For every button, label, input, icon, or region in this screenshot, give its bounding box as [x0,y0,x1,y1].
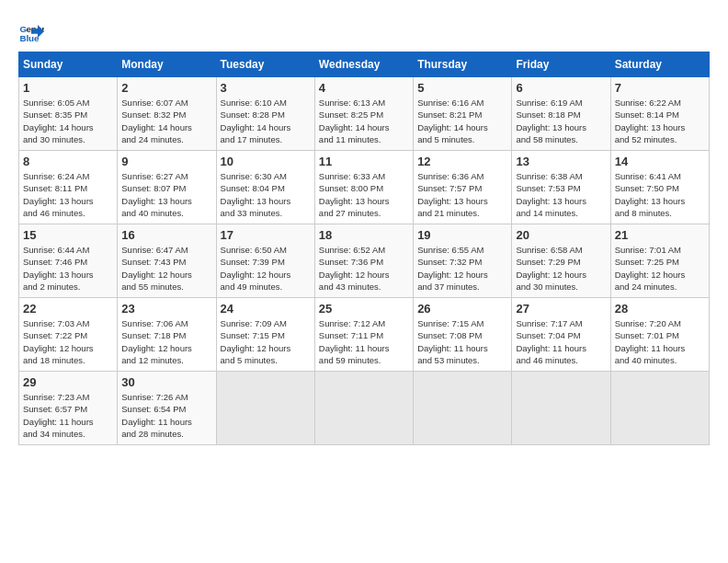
calendar-cell: 22Sunrise: 7:03 AM Sunset: 7:22 PM Dayli… [19,298,118,372]
day-number: 23 [121,302,211,316]
calendar-cell: 9Sunrise: 6:27 AM Sunset: 8:07 PM Daylig… [118,151,216,224]
day-header-monday: Monday [118,52,216,77]
calendar-cell: 20Sunrise: 6:58 AM Sunset: 7:29 PM Dayli… [512,224,610,298]
day-number: 9 [121,155,211,168]
day-info: Sunrise: 6:41 AM Sunset: 7:50 PM Dayligh… [615,170,705,219]
calendar-cell: 21Sunrise: 7:01 AM Sunset: 7:25 PM Dayli… [610,224,709,298]
calendar-cell: 14Sunrise: 6:41 AM Sunset: 7:50 PM Dayli… [610,151,709,224]
day-number: 16 [121,228,211,242]
calendar-cell: 6Sunrise: 6:19 AM Sunset: 8:18 PM Daylig… [512,77,610,151]
day-info: Sunrise: 6:30 AM Sunset: 8:04 PM Dayligh… [221,170,311,219]
day-info: Sunrise: 6:44 AM Sunset: 7:46 PM Dayligh… [23,244,113,293]
day-number: 28 [615,302,705,316]
day-number: 30 [121,375,211,389]
calendar-cell: 17Sunrise: 6:50 AM Sunset: 7:39 PM Dayli… [216,224,314,298]
day-info: Sunrise: 7:12 AM Sunset: 7:11 PM Dayligh… [319,317,409,366]
calendar-cell: 15Sunrise: 6:44 AM Sunset: 7:46 PM Dayli… [19,224,118,298]
day-number: 11 [319,155,409,168]
day-info: Sunrise: 6:47 AM Sunset: 7:43 PM Dayligh… [121,244,211,293]
calendar-cell: 8Sunrise: 6:24 AM Sunset: 8:11 PM Daylig… [19,151,118,224]
day-header-wednesday: Wednesday [314,52,413,77]
calendar-cell: 2Sunrise: 6:07 AM Sunset: 8:32 PM Daylig… [118,77,216,151]
calendar-cell [512,372,610,445]
day-number: 8 [23,155,113,168]
day-info: Sunrise: 7:23 AM Sunset: 6:57 PM Dayligh… [23,391,113,440]
calendar-cell: 3Sunrise: 6:10 AM Sunset: 8:28 PM Daylig… [216,77,314,151]
day-number: 22 [23,302,113,316]
calendar-week-1: 8Sunrise: 6:24 AM Sunset: 8:11 PM Daylig… [19,151,710,224]
logo: G eneral B lue [18,18,48,44]
day-info: Sunrise: 7:09 AM Sunset: 7:15 PM Dayligh… [221,317,311,366]
calendar-cell: 27Sunrise: 7:17 AM Sunset: 7:04 PM Dayli… [512,298,610,372]
calendar-header-row: SundayMondayTuesdayWednesdayThursdayFrid… [19,52,710,77]
day-header-thursday: Thursday [414,52,512,77]
calendar-cell: 29Sunrise: 7:23 AM Sunset: 6:57 PM Dayli… [19,372,118,445]
calendar-cell: 10Sunrise: 6:30 AM Sunset: 8:04 PM Dayli… [216,151,314,224]
day-info: Sunrise: 7:15 AM Sunset: 7:08 PM Dayligh… [417,317,507,366]
day-number: 4 [319,81,409,95]
day-info: Sunrise: 6:10 AM Sunset: 8:28 PM Dayligh… [221,97,311,145]
calendar-cell: 30Sunrise: 7:26 AM Sunset: 6:54 PM Dayli… [118,372,216,445]
day-info: Sunrise: 6:19 AM Sunset: 8:18 PM Dayligh… [516,97,606,145]
day-header-saturday: Saturday [610,52,709,77]
calendar-cell: 5Sunrise: 6:16 AM Sunset: 8:21 PM Daylig… [414,77,512,151]
day-number: 15 [23,228,113,242]
day-number: 10 [221,155,311,168]
logo-icon: G eneral B lue [18,18,44,44]
calendar-cell [414,372,512,445]
calendar-table: SundayMondayTuesdayWednesdayThursdayFrid… [18,52,710,445]
calendar-cell [216,372,314,445]
day-info: Sunrise: 6:27 AM Sunset: 8:07 PM Dayligh… [121,170,211,219]
day-number: 17 [221,228,311,242]
day-number: 26 [417,302,507,316]
page-header: G eneral B lue [18,18,710,44]
calendar-week-3: 22Sunrise: 7:03 AM Sunset: 7:22 PM Dayli… [19,298,710,372]
day-number: 6 [516,81,606,95]
calendar-cell: 25Sunrise: 7:12 AM Sunset: 7:11 PM Dayli… [314,298,413,372]
svg-text:B: B [19,33,26,43]
day-info: Sunrise: 6:50 AM Sunset: 7:39 PM Dayligh… [221,244,311,293]
day-number: 24 [221,302,311,316]
day-number: 19 [417,228,507,242]
day-info: Sunrise: 6:38 AM Sunset: 7:53 PM Dayligh… [516,170,606,219]
calendar-cell: 24Sunrise: 7:09 AM Sunset: 7:15 PM Dayli… [216,298,314,372]
day-info: Sunrise: 7:06 AM Sunset: 7:18 PM Dayligh… [121,317,211,366]
calendar-cell: 7Sunrise: 6:22 AM Sunset: 8:14 PM Daylig… [610,77,709,151]
day-number: 20 [516,228,606,242]
day-number: 13 [516,155,606,168]
calendar-cell: 18Sunrise: 6:52 AM Sunset: 7:36 PM Dayli… [314,224,413,298]
day-info: Sunrise: 7:01 AM Sunset: 7:25 PM Dayligh… [615,244,705,293]
day-info: Sunrise: 6:36 AM Sunset: 7:57 PM Dayligh… [417,170,507,219]
calendar-cell: 23Sunrise: 7:06 AM Sunset: 7:18 PM Dayli… [118,298,216,372]
calendar-cell [610,372,709,445]
calendar-cell: 19Sunrise: 6:55 AM Sunset: 7:32 PM Dayli… [414,224,512,298]
day-number: 29 [23,375,113,389]
svg-text:lue: lue [26,33,40,43]
day-number: 12 [417,155,507,168]
calendar-cell: 28Sunrise: 7:20 AM Sunset: 7:01 PM Dayli… [610,298,709,372]
day-number: 3 [221,81,311,95]
calendar-cell: 4Sunrise: 6:13 AM Sunset: 8:25 PM Daylig… [314,77,413,151]
day-info: Sunrise: 6:16 AM Sunset: 8:21 PM Dayligh… [417,97,507,145]
day-number: 21 [615,228,705,242]
day-header-tuesday: Tuesday [216,52,314,77]
calendar-cell: 13Sunrise: 6:38 AM Sunset: 7:53 PM Dayli… [512,151,610,224]
day-info: Sunrise: 6:13 AM Sunset: 8:25 PM Dayligh… [319,97,409,145]
day-number: 18 [319,228,409,242]
day-info: Sunrise: 6:24 AM Sunset: 8:11 PM Dayligh… [23,170,113,219]
day-number: 7 [615,81,705,95]
day-number: 14 [615,155,705,168]
day-number: 27 [516,302,606,316]
day-info: Sunrise: 7:20 AM Sunset: 7:01 PM Dayligh… [615,317,705,366]
day-number: 5 [417,81,507,95]
calendar-week-2: 15Sunrise: 6:44 AM Sunset: 7:46 PM Dayli… [19,224,710,298]
day-number: 1 [23,81,113,95]
calendar-cell: 16Sunrise: 6:47 AM Sunset: 7:43 PM Dayli… [118,224,216,298]
calendar-week-0: 1Sunrise: 6:05 AM Sunset: 8:35 PM Daylig… [19,77,710,151]
day-info: Sunrise: 7:26 AM Sunset: 6:54 PM Dayligh… [121,391,211,440]
day-header-sunday: Sunday [19,52,118,77]
calendar-cell: 26Sunrise: 7:15 AM Sunset: 7:08 PM Dayli… [414,298,512,372]
day-info: Sunrise: 7:17 AM Sunset: 7:04 PM Dayligh… [516,317,606,366]
calendar-week-4: 29Sunrise: 7:23 AM Sunset: 6:57 PM Dayli… [19,372,710,445]
day-info: Sunrise: 7:03 AM Sunset: 7:22 PM Dayligh… [23,317,113,366]
